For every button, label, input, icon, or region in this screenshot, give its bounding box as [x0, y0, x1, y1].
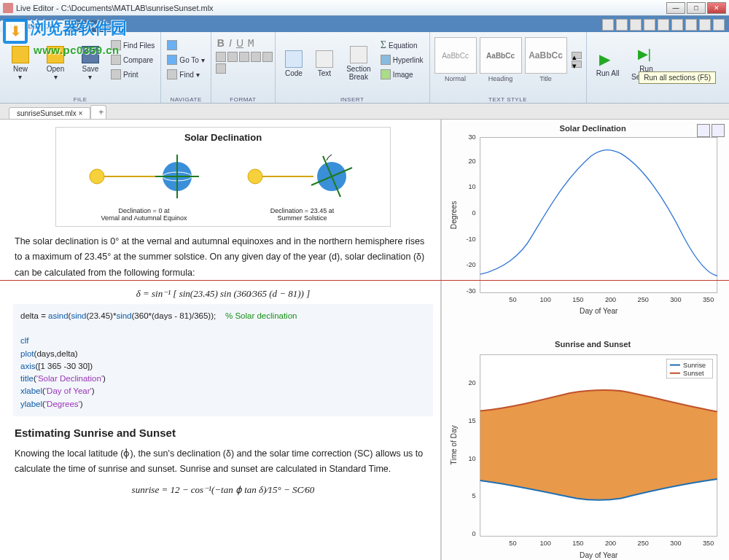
- run-section-button[interactable]: ▶|Run Section ▾: [628, 34, 666, 93]
- mono-button[interactable]: M: [248, 37, 254, 49]
- bullets-icon[interactable]: [216, 52, 226, 62]
- svg-rect-12: [480, 137, 717, 292]
- svg-text:350: 350: [703, 296, 714, 303]
- compare-icon: [111, 55, 121, 65]
- app-icon: [3, 3, 13, 13]
- code-block-1[interactable]: delta = asind(sind(23.45)*sind(360*(days…: [13, 304, 433, 416]
- image-button[interactable]: Image: [379, 68, 425, 81]
- svg-text:30: 30: [469, 133, 476, 141]
- chart-solar-declination: Solar Declination -30-20 -100 1020 30 50…: [445, 122, 726, 315]
- qa-help-icon[interactable]: [699, 19, 711, 31]
- heading-estimating[interactable]: Estimating Sunrise and Sunset: [15, 427, 432, 439]
- svg-point-6: [248, 169, 262, 184]
- formula-declination[interactable]: δ = sin⁻¹ [ sin(23.45) sin (360⁄365 (d −…: [13, 288, 433, 300]
- ribbon-group-insert: Code Text Section Break Σ Equation Hyper…: [276, 32, 430, 103]
- hyperlink-button[interactable]: Hyperlink: [379, 53, 425, 66]
- svg-text:10: 10: [469, 455, 476, 462]
- run-all-button[interactable]: ▶Run All: [591, 34, 625, 93]
- ribbon-group-run: ▶Run All ▶|Run Section ▾: [587, 32, 670, 103]
- svg-text:Sunrise and Sunset: Sunrise and Sunset: [555, 340, 631, 349]
- svg-text:300: 300: [670, 296, 681, 303]
- equinox-diagram-icon: [82, 147, 206, 206]
- outdent-icon[interactable]: [239, 52, 249, 62]
- document-tab-bar: sunriseSunset.mlx × +: [0, 104, 729, 120]
- maximize-button[interactable]: □: [687, 2, 706, 14]
- quick-access-bar: [598, 18, 729, 32]
- svg-text:Day of Year: Day of Year: [580, 307, 618, 315]
- qa-cut-icon[interactable]: [630, 19, 642, 31]
- close-button[interactable]: ✕: [707, 2, 726, 14]
- qa-save-icon[interactable]: [616, 19, 628, 31]
- ribbon-group-format: B I U M FORMAT: [211, 32, 276, 103]
- svg-text:-10: -10: [466, 236, 475, 243]
- svg-text:5: 5: [472, 493, 476, 500]
- style-heading-button[interactable]: AaBbCcHeading: [480, 37, 522, 82]
- italic-button[interactable]: I: [229, 37, 232, 49]
- editor-pane[interactable]: Solar Declination Declination = 0 at Ver…: [0, 120, 440, 560]
- qa-min-ribbon-icon[interactable]: [713, 19, 725, 31]
- equation-button[interactable]: Σ Equation: [379, 39, 425, 52]
- view-inline-icon[interactable]: [697, 124, 710, 137]
- qa-undo-icon[interactable]: [671, 19, 683, 31]
- paragraph-1[interactable]: The solar declination is 0° at the verna…: [15, 234, 432, 281]
- svg-text:50: 50: [509, 540, 516, 548]
- svg-text:300: 300: [670, 540, 681, 548]
- formula-sunrise[interactable]: sunrise = 12 − cos⁻¹(−tan ϕ tan δ)⁄15° −…: [13, 484, 433, 496]
- svg-text:250: 250: [638, 540, 649, 548]
- qa-redo-icon[interactable]: [685, 19, 697, 31]
- svg-text:Day of Year: Day of Year: [580, 551, 618, 559]
- svg-text:Sunset: Sunset: [683, 370, 704, 377]
- svg-text:Degrees: Degrees: [450, 201, 458, 229]
- style-title-button[interactable]: AaBbCcTitle: [525, 37, 567, 82]
- goto-button[interactable]: Go To ▾: [165, 53, 206, 66]
- qa-paste-icon[interactable]: [658, 19, 669, 31]
- window-title: Live Editor - C:\Documents\MATLAB\sunris…: [16, 4, 666, 12]
- svg-text:10: 10: [469, 183, 476, 190]
- run-all-tooltip: Run all sections (F5): [639, 71, 716, 84]
- minimize-button[interactable]: —: [666, 2, 685, 14]
- find-button[interactable]: Find ▾: [165, 68, 206, 81]
- underline-button[interactable]: U: [236, 37, 243, 49]
- figure-illustration: Solar Declination Declination = 0 at Ver…: [55, 127, 391, 227]
- numbers-icon[interactable]: [227, 52, 238, 62]
- ribbon-group-navigate: Go To ▾ Find ▾ NAVIGATE: [161, 32, 211, 103]
- svg-point-0: [90, 169, 104, 184]
- svg-text:200: 200: [605, 296, 616, 303]
- style-normal-button[interactable]: AaBbCcNormal: [434, 37, 477, 82]
- print-button[interactable]: Print: [109, 68, 156, 81]
- workspace: Solar Declination Declination = 0 at Ver…: [0, 120, 729, 560]
- style-down-icon[interactable]: ▾: [572, 61, 582, 68]
- chart-sunrise-sunset: Sunrise and Sunset 05 1015 20 50100 1502…: [445, 338, 726, 560]
- svg-text:50: 50: [509, 296, 516, 303]
- svg-text:-20: -20: [466, 261, 475, 268]
- svg-text:150: 150: [572, 540, 583, 548]
- svg-text:100: 100: [540, 296, 551, 303]
- indent-icon[interactable]: [251, 52, 261, 62]
- svg-text:150: 150: [572, 296, 583, 303]
- watermark-logo-icon: ⬇: [3, 19, 28, 44]
- section-break-button[interactable]: Section Break: [341, 34, 376, 93]
- paragraph-2[interactable]: Knowing the local latitude (ϕ), the sun'…: [15, 446, 432, 478]
- svg-text:15: 15: [469, 417, 476, 424]
- doc-tab-active[interactable]: sunriseSunset.mlx ×: [9, 107, 90, 119]
- view-right-icon[interactable]: [712, 124, 725, 137]
- style-up-icon[interactable]: ▴: [572, 52, 582, 59]
- chart-legend: Sunrise Sunset: [667, 359, 713, 378]
- image-icon: [381, 69, 391, 79]
- insert-text-button[interactable]: Text: [311, 34, 338, 93]
- clear-fmt-icon[interactable]: [216, 63, 226, 74]
- solstice-diagram-icon: [241, 147, 364, 206]
- svg-text:350: 350: [703, 540, 714, 548]
- qa-new-icon[interactable]: [602, 19, 614, 31]
- arrow-left-icon: [167, 40, 177, 50]
- insert-code-button[interactable]: Code: [280, 34, 308, 93]
- svg-text:Sunrise: Sunrise: [683, 362, 706, 369]
- bold-button[interactable]: B: [217, 37, 225, 49]
- section-divider: [0, 280, 729, 281]
- find-icon: [167, 69, 177, 79]
- doc-tab-add[interactable]: +: [90, 105, 106, 119]
- align-icon[interactable]: [262, 52, 273, 62]
- titlebar: Live Editor - C:\Documents\MATLAB\sunris…: [0, 0, 729, 16]
- qa-copy-icon[interactable]: [644, 19, 655, 31]
- nav-back-button[interactable]: [165, 39, 206, 52]
